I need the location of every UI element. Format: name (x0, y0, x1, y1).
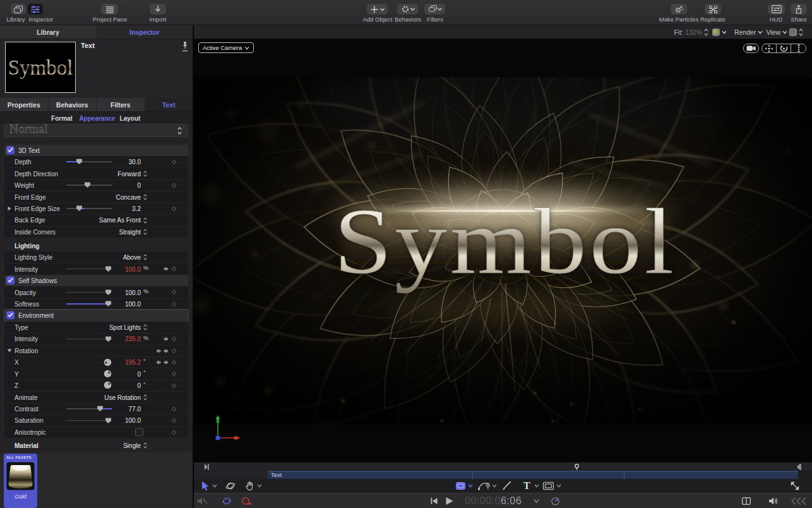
select-tool[interactable] (201, 481, 210, 491)
collapse-icons[interactable] (791, 497, 807, 505)
slider-thumb[interactable] (105, 336, 112, 342)
parameter-value[interactable]: 0 (137, 370, 141, 377)
keyframe-diamond-icon[interactable] (171, 430, 177, 435)
render-menu[interactable]: Render (734, 28, 763, 36)
zoom-control[interactable]: Fit: 132% (674, 28, 708, 36)
canvas-viewport[interactable]: Active Camera (194, 39, 812, 462)
keyframe-diamond-icon[interactable] (171, 159, 177, 165)
keyframe-nav-icon[interactable] (155, 360, 162, 365)
play-icon[interactable] (446, 497, 453, 505)
checkbox[interactable] (6, 277, 15, 285)
rotation-dial[interactable] (104, 370, 112, 378)
popup-value[interactable]: Forward (117, 170, 141, 177)
project-pane-button[interactable] (101, 4, 118, 15)
keyframe-diamond-icon[interactable] (171, 418, 177, 423)
parameter-value[interactable]: 0 (137, 382, 141, 389)
go-to-start-icon[interactable] (431, 497, 438, 504)
keyframe-diamond-icon[interactable] (171, 183, 177, 188)
parameter-value[interactable]: 77.0 (129, 406, 141, 413)
record-icon[interactable] (241, 497, 252, 505)
text-tool[interactable]: T (523, 480, 530, 492)
show-timeline-icon[interactable] (742, 497, 751, 505)
mask-tool[interactable] (543, 482, 554, 490)
timecode-chevron-icon[interactable] (534, 499, 539, 503)
slider-thumb[interactable] (105, 300, 112, 307)
bezier-tool[interactable] (478, 481, 491, 491)
rotation-dial[interactable] (104, 381, 112, 389)
out-marker-icon[interactable] (797, 464, 801, 470)
keyframe-diamond-icon[interactable] (171, 406, 177, 412)
popup-value[interactable]: Straight (119, 228, 141, 235)
rotation-dial[interactable] (104, 358, 112, 366)
select-tool-chevron-icon[interactable] (212, 484, 217, 488)
keyframe-diamond-icon[interactable] (171, 336, 177, 342)
pan-view-button[interactable] (762, 44, 777, 52)
loop-icon[interactable] (222, 497, 232, 505)
popup-value[interactable]: Concave (116, 193, 141, 200)
hand-tool[interactable] (246, 481, 254, 490)
keyframe-nav-icon[interactable] (163, 360, 170, 365)
parameter-value[interactable]: 100.0 (125, 300, 141, 307)
keyframe-diamond-icon[interactable] (171, 371, 177, 377)
material-tile[interactable]: ALL FACETS Gold (4, 454, 37, 508)
slider-thumb[interactable] (84, 181, 91, 188)
slider-thumb[interactable] (76, 205, 83, 212)
keyframe-nav-icon[interactable] (163, 348, 170, 354)
bezier-tool-chevron-icon[interactable] (492, 484, 497, 488)
parameter-value[interactable]: 100.0 (125, 417, 141, 424)
checkbox[interactable] (6, 146, 15, 154)
slider-thumb[interactable] (97, 405, 104, 412)
hand-tool-chevron-icon[interactable] (257, 484, 262, 488)
brush-tool[interactable] (502, 481, 512, 491)
add-object-button[interactable] (367, 4, 388, 15)
playback-rate-icon[interactable] (551, 496, 560, 505)
dolly-view-button[interactable] (791, 44, 806, 52)
camera-menu[interactable]: Active Camera (198, 42, 254, 53)
orbit-view-button[interactable] (777, 44, 791, 52)
slider-thumb[interactable] (105, 289, 112, 296)
hud-button[interactable] (768, 4, 785, 15)
checkbox[interactable] (6, 311, 15, 320)
popup-value[interactable]: Spot Lights (109, 324, 141, 330)
timeline-bar-text[interactable]: Text (268, 471, 798, 479)
behaviors-button[interactable] (397, 4, 418, 15)
parameter-value[interactable]: 0 (137, 182, 141, 189)
in-marker-icon[interactable] (205, 464, 209, 470)
replicate-button[interactable] (705, 4, 721, 15)
timeline-ruler[interactable] (194, 462, 812, 470)
filters-button[interactable] (424, 4, 445, 15)
inspector-toggle-button[interactable] (28, 4, 43, 15)
audio-icon[interactable] (768, 497, 778, 505)
disclosure-icon[interactable] (7, 349, 12, 353)
popup-value[interactable]: Same As Front (99, 217, 141, 224)
transform-3d-tool[interactable] (225, 481, 236, 491)
parameter-value[interactable]: 235.0 (125, 336, 141, 342)
library-toggle-button[interactable] (11, 4, 26, 15)
channels-control[interactable] (712, 28, 727, 36)
camera-select-button[interactable] (744, 44, 758, 52)
parameter-value[interactable]: 195.2 (125, 359, 141, 366)
view-menu[interactable]: View (766, 28, 787, 36)
popup-value[interactable]: Above (123, 254, 141, 261)
shape-tool[interactable] (456, 482, 465, 490)
keyframe-diamond-icon[interactable] (171, 383, 177, 389)
axis-gizmo[interactable] (213, 412, 263, 444)
keyframe-diamond-icon[interactable] (171, 348, 177, 354)
popup-value[interactable]: Single (123, 442, 141, 449)
keyframe-diamond-icon[interactable] (171, 289, 177, 295)
keyframe-nav-icon[interactable] (155, 348, 162, 354)
text-tool-chevron-icon[interactable] (534, 484, 539, 488)
slider-thumb[interactable] (76, 158, 83, 165)
keyframe-diamond-icon[interactable] (171, 360, 177, 365)
keyframe-nav-icon[interactable] (163, 266, 170, 272)
import-button[interactable] (150, 4, 166, 15)
parameter-value[interactable]: 3.2 (132, 205, 141, 212)
checkbox[interactable] (135, 428, 143, 436)
keyframe-nav-icon[interactable] (163, 336, 170, 342)
mask-tool-chevron-icon[interactable] (556, 484, 561, 488)
mute-icon[interactable] (197, 497, 208, 505)
shape-tool-chevron-icon[interactable] (468, 484, 473, 488)
slider-thumb[interactable] (105, 417, 112, 424)
timecode-display[interactable]: 00:00:06:06 (465, 495, 522, 507)
slider-thumb[interactable] (105, 265, 112, 272)
